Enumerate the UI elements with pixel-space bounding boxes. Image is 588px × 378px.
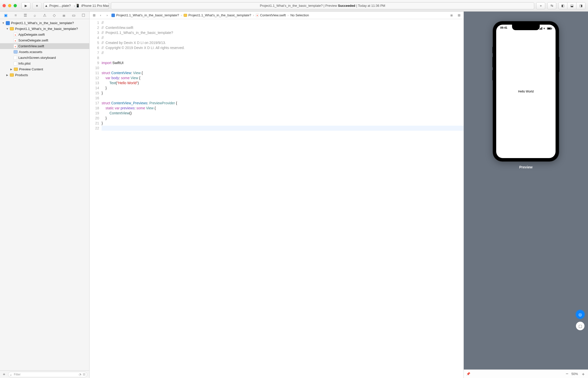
stop-button[interactable]: ■ [32, 2, 41, 9]
scheme-selector[interactable]: ▲ Projec…plate? 📱 iPhone 11 Pro Max [44, 2, 109, 9]
pin-preview-button[interactable]: 📌 [466, 372, 470, 376]
live-preview-button[interactable]: ◎ [576, 310, 584, 319]
scheme-project: Projec…plate? [49, 4, 71, 8]
back-button[interactable]: ‹ [98, 12, 104, 18]
source-control-navigator-tab[interactable]: ⌗ [13, 13, 18, 18]
add-editor-button[interactable]: ⊞ [456, 12, 462, 18]
toggle-bottom-panel-button[interactable]: ⬓ [567, 2, 576, 9]
tree-row-group[interactable]: ▼ Project1.1_What's_in_the_basic_templat… [0, 26, 89, 32]
device-status-bar: 09:41 ᯤ [496, 26, 556, 31]
device-icon: 📱 [76, 4, 80, 8]
line-number-gutter: 12345678910111213141516171819202122 [90, 19, 102, 378]
editor-options-button[interactable]: ≣ [448, 12, 454, 18]
preview-label: Preview [493, 165, 559, 169]
add-file-button[interactable]: ＋ [2, 372, 6, 377]
device-frame: 09:41 ᯤ Hello World [493, 22, 559, 161]
status-prefix: Project1.1_What's_in_the_basic_template?… [260, 4, 337, 8]
tree-label: Preview Content [19, 67, 43, 71]
disclosure-triangle-icon[interactable]: ▶ [10, 68, 13, 71]
forward-button[interactable]: › [104, 12, 110, 18]
tree-label: Products [15, 73, 28, 77]
run-button[interactable]: ▶ [21, 2, 30, 9]
device-volume-down-icon [492, 70, 493, 80]
source-editor[interactable]: 12345678910111213141516171819202122 ////… [90, 19, 464, 378]
battery-icon [547, 27, 552, 30]
preview-on-device-button[interactable]: ▢ [576, 322, 584, 330]
tree-row-file[interactable]: LaunchScreen.storyboard [0, 55, 89, 61]
close-window-icon[interactable] [3, 4, 6, 7]
scm-filter-icon[interactable]: ☒ [83, 373, 86, 376]
debug-navigator-tab[interactable]: ≣ [61, 13, 67, 18]
arrows-icon: ⇆ [551, 4, 553, 8]
swift-file-icon [14, 33, 17, 37]
chevron-right-icon: › [253, 13, 255, 17]
tree-row-file[interactable]: Assets.xcassets [0, 49, 89, 55]
symbol-navigator-tab[interactable]: ☰ [22, 13, 28, 18]
jumpbar-file[interactable]: ContentView.swift [255, 13, 286, 17]
tree-row-file-selected[interactable]: ContentView.swift [0, 43, 89, 49]
zoom-in-button[interactable]: ＋ [581, 371, 585, 377]
breakpoint-navigator-tab[interactable]: ▭ [71, 13, 76, 18]
tree-label: Project1.1_What's_in_the_basic_template? [15, 27, 78, 31]
tree-row-file[interactable]: AppDelegate.swift [0, 32, 89, 37]
status-suffix: | Today at 11:36 PM [356, 4, 385, 8]
test-navigator-tab[interactable]: ◇ [52, 13, 57, 18]
zoom-level: 50% [571, 372, 578, 376]
project-icon [111, 14, 115, 17]
device-icon: ▢ [578, 324, 582, 328]
jump-bar: ⊞ ‹ › Project1.1_What's_in_the_basic_tem… [90, 12, 464, 19]
jumpbar-symbol[interactable]: No Selection [290, 13, 310, 17]
issue-navigator-tab[interactable]: ⚠ [42, 13, 47, 18]
device-screen: 09:41 ᯤ Hello World [496, 25, 556, 158]
plist-file-icon [14, 62, 17, 66]
tree-row-file[interactable]: Info.plist [0, 61, 89, 66]
tree-row-group[interactable]: ▶ Products [0, 72, 89, 78]
wifi-icon: ᯤ [543, 27, 546, 30]
minimize-window-icon[interactable] [8, 4, 11, 7]
project-navigator-tab[interactable]: ▣ [3, 13, 9, 18]
bottom-panel-icon: ⬓ [570, 4, 573, 8]
canvas-viewport[interactable]: 09:41 ᯤ Hello World Preview [464, 12, 588, 369]
right-panel-icon: ◨ [579, 4, 582, 8]
report-navigator-tab[interactable]: ☐ [81, 13, 86, 18]
code-review-button[interactable]: ⇆ [547, 2, 556, 9]
plus-icon: ＋ [539, 4, 542, 8]
preview-canvas: 09:41 ᯤ Hello World Preview ◎ [464, 12, 588, 378]
cellular-signal-icon [539, 27, 542, 30]
disclosure-triangle-icon[interactable]: ▶ [6, 74, 9, 76]
zoom-out-button[interactable]: − [566, 371, 568, 376]
zoom-window-icon[interactable] [14, 4, 17, 7]
recent-filter-icon[interactable]: ◔ [79, 373, 81, 376]
chevron-right-icon [72, 4, 75, 8]
editor-area: ⊞ ‹ › Project1.1_What's_in_the_basic_tem… [90, 12, 464, 378]
scheme-device: iPhone 11 Pro Max [81, 4, 109, 8]
chevron-right-icon: › [180, 13, 182, 17]
toggle-right-panel-button[interactable]: ◨ [576, 2, 585, 9]
preview-content-text: Hello World [518, 90, 534, 93]
tree-row-group[interactable]: ▶ Preview Content [0, 66, 89, 72]
navigator-panel: ▣ ⌗ ☰ ⌕ ⚠ ◇ ≣ ▭ ☐ ▼ Project1.1_What's_in… [0, 12, 90, 378]
status-state: Succeeded [338, 4, 355, 8]
related-items-button[interactable]: ⊞ [91, 12, 97, 18]
tree-row-file[interactable]: SceneDelegate.swift [0, 37, 89, 43]
navigator-footer: ＋ Filter ◔ ☒ [0, 370, 89, 378]
jumpbar-group[interactable]: Project1.1_What's_in_the_basic_template? [183, 13, 252, 17]
storyboard-file-icon [14, 56, 17, 60]
tree-label: Assets.xcassets [19, 50, 42, 54]
project-tree: ▼ Project1.1_What's_in_the_basic_templat… [0, 19, 89, 370]
disclosure-triangle-icon[interactable]: ▼ [6, 27, 9, 30]
folder-icon [10, 73, 14, 77]
toggle-left-panel-button[interactable]: ◧ [558, 2, 567, 9]
library-button[interactable]: ＋ [536, 2, 545, 9]
tree-label: AppDelegate.swift [18, 33, 45, 36]
tree-row-project[interactable]: ▼ Project1.1_What's_in_the_basic_templat… [0, 20, 89, 26]
navigator-tabs: ▣ ⌗ ☰ ⌕ ⚠ ◇ ≣ ▭ ☐ [0, 12, 89, 19]
play-icon: ▶ [25, 4, 27, 8]
stop-icon: ■ [36, 4, 38, 8]
device-clock: 09:41 [500, 26, 507, 31]
find-navigator-tab[interactable]: ⌕ [32, 13, 38, 17]
jumpbar-project[interactable]: Project1.1_What's_in_the_basic_template? [111, 13, 180, 17]
navigator-filter-field[interactable]: Filter ◔ ☒ [8, 372, 87, 377]
code-content[interactable]: //// ContentView.swift// Project1.1_What… [102, 19, 464, 378]
disclosure-triangle-icon[interactable]: ▼ [2, 22, 5, 24]
